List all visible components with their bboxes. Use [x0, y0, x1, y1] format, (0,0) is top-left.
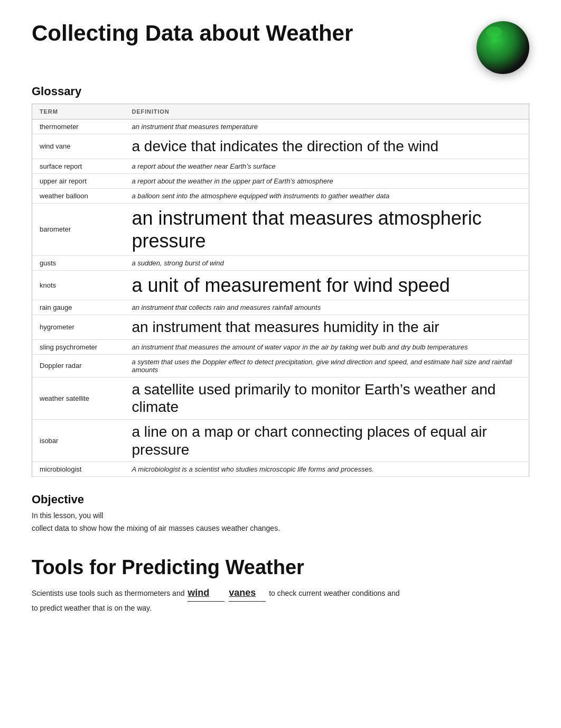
term-cell: sling psychrometer — [32, 339, 125, 354]
table-row: sling psychrometeran instrument that mea… — [32, 339, 529, 354]
table-row: thermometeran instrument that measures t… — [32, 119, 529, 134]
table-row: weather satellitea satellite used primar… — [32, 377, 529, 419]
col-def-header: DEFINITION — [125, 104, 529, 119]
globe-icon — [476, 21, 529, 74]
table-row: wind vanea device that indicates the dir… — [32, 134, 529, 159]
tools-text-part2: to check current weather conditions and — [267, 589, 399, 597]
table-row: Doppler radara system that uses the Dopp… — [32, 354, 529, 377]
table-row: microbiologistA microbiologist is a scie… — [32, 462, 529, 477]
tools-text-line2: to predict weather that is on the way. — [32, 604, 152, 612]
term-cell: barometer — [32, 203, 125, 255]
def-cell: a unit of measurement for wind speed — [125, 270, 529, 300]
tools-blank1: wind — [188, 584, 225, 602]
glossary-section: Glossary TERM DEFINITION thermometeran i… — [32, 85, 529, 477]
term-cell: Doppler radar — [32, 354, 125, 377]
term-cell: weather satellite — [32, 377, 125, 419]
table-row: barometeran instrument that measures atm… — [32, 203, 529, 255]
table-row: upper air reporta report about the weath… — [32, 173, 529, 188]
tools-text: Scientists use tools such as thermometer… — [32, 584, 529, 615]
table-row: weather balloona balloon sent into the a… — [32, 188, 529, 203]
table-row: hygrometeran instrument that measures hu… — [32, 315, 529, 340]
def-cell: a sudden, strong burst of wind — [125, 255, 529, 270]
tools-section: Tools for Predicting Weather Scientists … — [32, 556, 529, 615]
term-cell: thermometer — [32, 119, 125, 134]
term-cell: isobar — [32, 419, 125, 462]
term-cell: wind vane — [32, 134, 125, 159]
table-row: gustsa sudden, strong burst of wind — [32, 255, 529, 270]
def-cell: an instrument that measures temperature — [125, 119, 529, 134]
def-cell: an instrument that measures atmospheric … — [125, 203, 529, 255]
objective-line1: In this lesson, you will — [32, 511, 103, 520]
def-cell: a balloon sent into the atmosphere equip… — [125, 188, 529, 203]
def-cell: a device that indicates the direction of… — [125, 134, 529, 159]
term-cell: surface report — [32, 159, 125, 173]
def-cell: a report about the weather in the upper … — [125, 173, 529, 188]
table-row: surface reporta report about the weather… — [32, 159, 529, 173]
glossary-table: TERM DEFINITION thermometeran instrument… — [32, 104, 529, 477]
page-title: Collecting Data about Weather — [32, 21, 353, 45]
def-cell: a line on a map or chart connecting plac… — [125, 419, 529, 462]
table-row: knotsa unit of measurement for wind spee… — [32, 270, 529, 300]
term-cell: microbiologist — [32, 462, 125, 477]
objective-section: Objective In this lesson, you will colle… — [32, 493, 529, 535]
def-cell: an instrument that measures humidity in … — [125, 315, 529, 340]
objective-heading: Objective — [32, 493, 529, 506]
table-row: isobara line on a map or chart connectin… — [32, 419, 529, 462]
col-term-header: TERM — [32, 104, 125, 119]
objective-line2: collect data to show how the mixing of a… — [32, 524, 280, 532]
def-cell: a report about the weather near Earth’s … — [125, 159, 529, 173]
def-cell: A microbiologist is a scientist who stud… — [125, 462, 529, 477]
term-cell: knots — [32, 270, 125, 300]
term-cell: hygrometer — [32, 315, 125, 340]
def-cell: an instrument that measures the amount o… — [125, 339, 529, 354]
term-cell: weather balloon — [32, 188, 125, 203]
term-cell: rain gauge — [32, 300, 125, 315]
def-cell: a system that uses the Doppler effect to… — [125, 354, 529, 377]
term-cell: gusts — [32, 255, 125, 270]
term-cell: upper air report — [32, 173, 125, 188]
header-section: Collecting Data about Weather — [32, 21, 529, 74]
tools-blank2: vanes — [229, 584, 266, 602]
objective-text: In this lesson, you will collect data to… — [32, 510, 529, 535]
glossary-heading: Glossary — [32, 85, 529, 98]
def-cell: an instrument that collects rain and mea… — [125, 300, 529, 315]
table-row: rain gaugean instrument that collects ra… — [32, 300, 529, 315]
tools-heading: Tools for Predicting Weather — [32, 556, 529, 579]
tools-text-part1: Scientists use tools such as thermometer… — [32, 589, 186, 597]
def-cell: a satellite used primarily to monitor Ea… — [125, 377, 529, 419]
